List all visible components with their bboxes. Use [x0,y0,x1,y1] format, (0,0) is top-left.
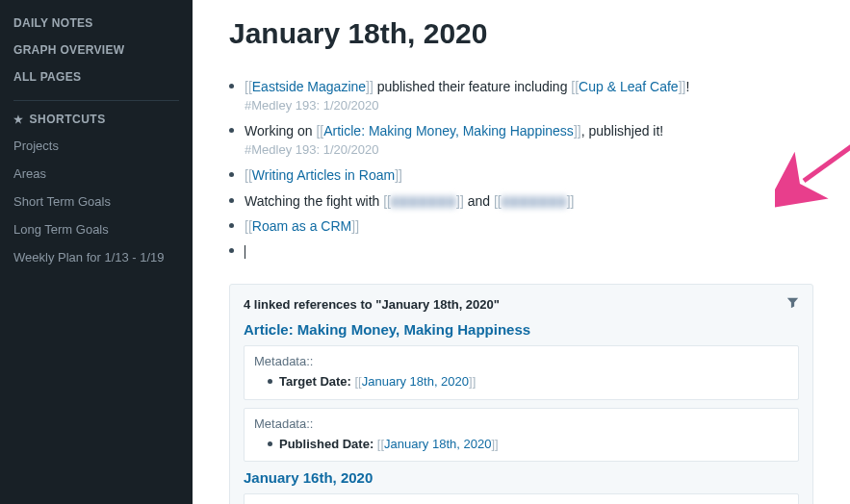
block-text: and [464,193,494,209]
bracket-open: [[ [245,218,252,234]
nav-daily-notes[interactable]: DAILY NOTES [0,10,193,37]
redacted-text [391,196,456,208]
ref-label: Published Date: [279,437,377,451]
page-link[interactable]: January 18th, 2020 [362,374,469,389]
block-item-empty[interactable] [229,241,813,261]
page-link[interactable]: Roam as a CRM [252,218,351,234]
ref-block[interactable]: Metadata:: Target Date: [[January 18th, … [244,345,799,400]
ref-meta: Metadata:: [254,416,788,431]
shortcut-projects[interactable]: Projects [0,132,193,160]
page-title[interactable]: January 18th, 2020 [229,17,813,50]
ref-line[interactable]: Target Date: [[January 18th, 2020]] [268,372,788,391]
bracket-open: [[ [494,193,502,209]
bracket-close: ]] [469,374,476,389]
ref-line[interactable]: Published Date: [[January 18th, 2020]] [268,435,788,454]
page-link[interactable]: Writing Articles in Roam [252,167,395,183]
bracket-close: ]] [567,193,575,209]
bracket-close: ]] [574,123,581,139]
bracket-close: ]] [395,167,402,183]
bracket-open: [[ [245,79,252,94]
bracket-close: ]] [366,79,373,94]
shortcut-weekly-plan[interactable]: Weekly Plan for 1/13 - 1/19 [0,243,193,271]
nav-all-pages[interactable]: ALL PAGES [0,63,193,90]
ref-meta: Metadata:: [254,354,788,368]
page-link[interactable]: January 18th, 2020 [384,437,491,451]
bracket-open: [[ [355,374,362,389]
bracket-open: [[ [377,437,384,451]
shortcut-areas[interactable]: Areas [0,160,193,188]
ref-label: Target Date: [279,374,355,389]
page-link[interactable]: Eastside Magazine [252,79,366,94]
bracket-close: ]] [351,218,359,234]
bracket-open: [[ [383,193,391,209]
block-item[interactable]: [[Eastside Magazine]] published their fe… [229,77,813,115]
block-text: , publishjed it! [581,123,664,139]
filter-icon[interactable] [786,296,799,312]
linked-references-header: 4 linked references to "January 18th, 20… [244,296,799,312]
block-text: ! [685,79,689,94]
shortcut-long-term-goals[interactable]: Long Term Goals [0,215,193,243]
block-text: published their feature including [373,79,571,94]
ref-page-title[interactable]: Article: Making Money, Making Happiness [244,321,799,338]
block-list: [[Eastside Magazine]] published their fe… [229,77,813,261]
linked-references: 4 linked references to "January 18th, 20… [229,284,813,504]
bracket-open: [[ [245,167,252,183]
ref-page-title[interactable]: January 16th, 2020 [244,469,799,486]
shortcuts-heading: ★ SHORTCUTS [0,107,193,132]
sidebar-divider [13,100,179,101]
star-icon: ★ [13,113,24,126]
block-item[interactable]: [[Writing Articles in Roam]] [229,165,813,185]
bracket-close: ]] [491,437,498,451]
block-tag[interactable]: #Medley 193: 1/20/2020 [245,141,813,160]
block-item[interactable]: Working on [[Article: Making Money, Maki… [229,121,813,160]
block-item[interactable]: [[Roam as a CRM]] [229,216,813,236]
block-text: Working on [245,123,316,139]
page-link[interactable]: Article: Making Money, Making Happiness [323,123,574,139]
bracket-open: [[ [571,79,579,94]
sidebar: DAILY NOTES GRAPH OVERVIEW ALL PAGES ★ S… [0,0,193,504]
shortcut-short-term-goals[interactable]: Short Term Goals [0,188,193,215]
page-link[interactable]: Cup & Leaf Cafe [579,79,679,94]
bracket-close: ]] [456,193,464,209]
block-item[interactable]: Watching the fight with [[]] and [[]] [229,191,813,211]
redacted-text [502,196,567,208]
block-text: Watching the fight with [245,193,383,209]
ref-block[interactable]: Metadata:: Published Date: [[January 18t… [244,408,799,463]
main-content: January 18th, 2020 [[Eastside Magazine]]… [193,0,850,504]
shortcuts-title: SHORTCUTS [30,113,106,126]
block-tag[interactable]: #Medley 193: 1/20/2020 [245,97,813,115]
linked-references-title: 4 linked references to "January 18th, 20… [244,297,500,312]
ref-block[interactable]: A few people from [[Eastside Magazine]] … [244,493,799,504]
nav-graph-overview[interactable]: GRAPH OVERVIEW [0,37,193,63]
